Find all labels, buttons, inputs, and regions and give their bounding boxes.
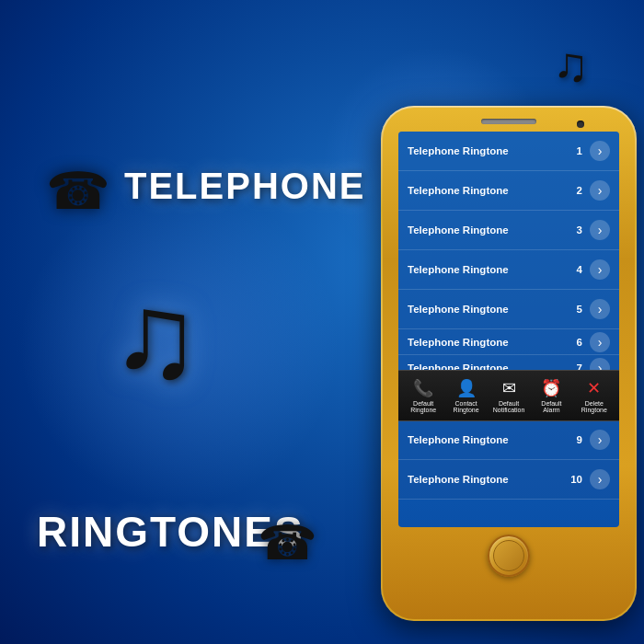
ringtone-item-6[interactable]: Telephone Ringtone 6 › [398,329,619,355]
ringtone-item-10[interactable]: Telephone Ringtone 10 › [398,460,619,500]
ringtone-item-2-arrow[interactable]: › [590,180,610,201]
ringtone-item-10-num: 10 [570,474,582,485]
context-menu-delete-label: DeleteRingtone [581,400,607,413]
ringtone-item-6-label: Telephone Ringtone [408,337,577,348]
context-menu-alarm-icon: ⏰ [541,378,561,398]
context-menu-delete-icon: ✕ [587,378,601,398]
ringtone-list: Telephone Ringtone 1 › Telephone Rington… [398,132,619,500]
context-menu-notification-label: DefaultNotification [493,400,525,413]
ringtone-item-9-label: Telephone Ringtone [408,434,577,445]
ringtone-item-1-arrow[interactable]: › [590,141,610,161]
music-note-large-icon: ♫ [110,267,201,405]
ringtone-item-10-arrow[interactable]: › [590,469,610,489]
ringtone-item-6-num: 6 [577,337,582,348]
ringtone-item-1-num: 1 [577,145,582,156]
phone-home-button[interactable] [488,535,530,577]
phone-screen: Telephone Ringtone 1 › Telephone Rington… [398,132,619,527]
ringtone-item-2-num: 2 [577,185,582,196]
context-menu-default-ringtone-icon: 📞 [413,378,433,398]
context-menu-default-ringtone[interactable]: 📞 DefaultRingtone [402,378,444,413]
ringtone-item-5[interactable]: Telephone Ringtone 5 › [398,290,619,329]
ringtone-item-3-label: Telephone Ringtone [408,224,577,236]
ringtone-item-2-label: Telephone Ringtone [408,185,577,196]
ringtone-item-5-num: 5 [577,304,582,315]
ringtone-item-1-label: Telephone Ringtone [408,145,577,156]
ringtone-item-3[interactable]: Telephone Ringtone 3 › [398,211,619,250]
ringtone-item-9-num: 9 [577,434,582,445]
ringtone-item-4-arrow[interactable]: › [590,259,610,280]
context-menu-alarm-label: DefaultAlarm [541,400,561,413]
context-menu-default-alarm[interactable]: ⏰ DefaultAlarm [530,378,572,413]
context-menu-default-ringtone-label: DefaultRingtone [410,400,436,413]
ringtone-item-5-label: Telephone Ringtone [408,304,577,315]
ringtone-item-2[interactable]: Telephone Ringtone 2 › [398,171,619,211]
ringtone-item-1[interactable]: Telephone Ringtone 1 › [398,132,619,171]
context-menu: 📞 DefaultRingtone 👤 ContactRingtone ✉ De… [398,370,619,421]
ringtone-item-9[interactable]: Telephone Ringtone 9 › [398,420,619,460]
telephone-heading: TELEPHONE [124,166,365,207]
context-menu-delete-ringtone[interactable]: ✕ DeleteRingtone [573,378,615,413]
ringtone-item-3-arrow[interactable]: › [590,220,610,240]
phone-home-inner [493,540,524,571]
phone-inner: Telephone Ringtone 1 › Telephone Rington… [383,108,635,619]
left-panel: ☎ TELEPHONE ♫ RINGTONES ☎ [18,0,377,644]
ringtone-item-9-arrow[interactable]: › [590,430,610,450]
telephone-icon-top: ☎ [46,161,110,221]
ringtone-item-10-label: Telephone Ringtone [408,474,570,485]
music-note-top-icon: ♫ [553,37,589,92]
ringtone-item-6-arrow[interactable]: › [590,332,610,352]
ringtone-item-4-label: Telephone Ringtone [408,264,577,275]
phone-speaker [481,119,536,124]
phone-camera [577,121,584,128]
telephone-icon-bottom: ☎ [258,515,317,570]
ringtone-item-5-arrow[interactable]: › [590,299,610,319]
context-menu-contact-ringtone[interactable]: 👤 ContactRingtone [444,378,487,413]
phone-device: Telephone Ringtone 1 › Telephone Rington… [381,106,637,621]
ringtone-item-3-num: 3 [577,224,582,236]
context-menu-notification-icon: ✉ [502,378,516,398]
context-menu-contact-icon: 👤 [456,378,477,398]
ringtone-item-4[interactable]: Telephone Ringtone 4 › [398,250,619,290]
ringtone-item-4-num: 4 [577,264,582,275]
context-menu-contact-label: ContactRingtone [454,400,479,413]
context-menu-default-notification[interactable]: ✉ DefaultNotification [488,378,530,413]
